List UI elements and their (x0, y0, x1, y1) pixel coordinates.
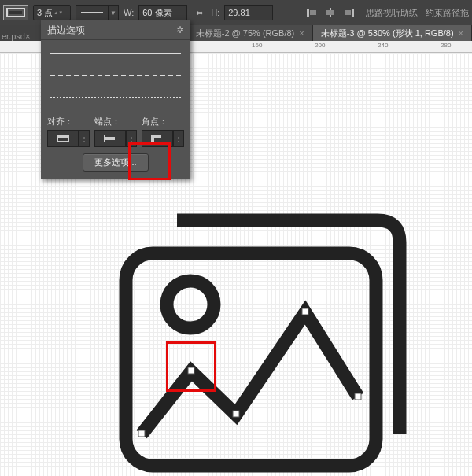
close-icon[interactable]: × (459, 28, 463, 38)
caps-label: 端点： (94, 116, 137, 127)
toolbar-extra-text: 思路视听助练 (366, 7, 418, 19)
svg-rect-11 (233, 411, 239, 417)
gear-icon[interactable]: ✲ (176, 24, 184, 35)
stroke-presets (41, 40, 190, 111)
svg-rect-14 (138, 430, 145, 437)
stroke-width-value: 3 点 (37, 7, 53, 19)
align-label: 对齐： (47, 116, 90, 127)
corners-label: 角点： (142, 116, 184, 127)
svg-rect-18 (104, 135, 105, 142)
align-center-icon[interactable] (323, 6, 337, 20)
svg-rect-6 (352, 9, 354, 17)
stroke-preset-dashed[interactable] (50, 70, 181, 81)
chevron-down-icon[interactable]: ⋮ (173, 130, 184, 147)
svg-rect-13 (355, 393, 361, 400)
svg-rect-16 (57, 135, 68, 138)
close-icon[interactable]: × (25, 31, 30, 41)
svg-rect-3 (310, 10, 316, 15)
svg-rect-7 (345, 10, 351, 15)
svg-rect-12 (302, 308, 308, 315)
height-input[interactable]: 29.81 (224, 5, 273, 20)
toolbar-path-text: 约束路径拖 (426, 7, 469, 19)
link-dimensions-icon[interactable]: ⇔ (192, 6, 206, 20)
align-right-icon[interactable] (342, 6, 356, 20)
svg-rect-17 (105, 137, 115, 140)
chevron-down-icon[interactable]: ⋮ (126, 130, 137, 147)
width-input[interactable]: 60 像素 (138, 5, 187, 20)
svg-rect-10 (188, 367, 194, 374)
svg-rect-2 (307, 9, 309, 17)
chevron-down-icon[interactable]: ⋮ (79, 130, 90, 147)
panel-title: 描边选项 (47, 24, 85, 37)
stroke-options-panel: 描边选项 ✲ 对齐： ⋮ 端点： (41, 20, 190, 179)
svg-rect-5 (326, 10, 334, 15)
stroke-style-dropdown[interactable]: ▼ (76, 5, 119, 20)
shape-tool-icon[interactable] (3, 5, 28, 20)
stroke-width-input[interactable]: 3 点 ▲▼ (33, 5, 71, 20)
svg-rect-1 (9, 11, 22, 14)
tab-document-3[interactable]: 未标题-3 @ 530% (形状 1, RGB/8)× (313, 25, 472, 41)
align-left-icon[interactable] (304, 6, 319, 20)
height-label: H: (211, 8, 219, 17)
close-icon[interactable]: × (299, 28, 304, 38)
stroke-corners-dropdown[interactable] (142, 130, 173, 147)
stroke-caps-dropdown[interactable] (94, 130, 126, 147)
stepper-icon[interactable]: ▲▼ (54, 11, 62, 15)
chevron-down-icon: ▼ (109, 5, 119, 20)
width-label: W: (124, 8, 134, 17)
stroke-preset-dotted[interactable] (50, 92, 181, 103)
stroke-align-dropdown[interactable] (47, 130, 79, 147)
tab-document-2[interactable]: 未标题-2 @ 75% (RGB/8)× (188, 25, 313, 41)
svg-point-9 (167, 281, 214, 328)
tab-cutoff[interactable]: er.psd× (0, 31, 33, 41)
more-options-button[interactable]: 更多选项... (83, 153, 148, 172)
stroke-preset-solid[interactable] (50, 48, 181, 59)
